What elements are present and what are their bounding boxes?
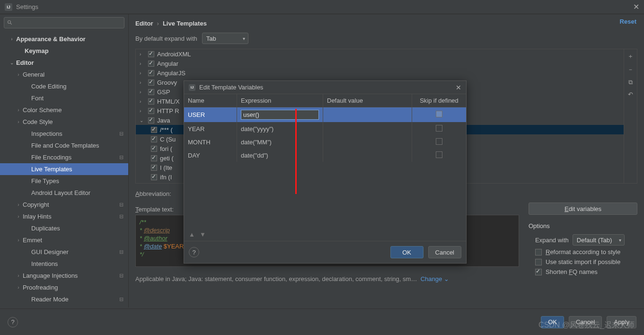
edit-variables-button[interactable]: Edit variables	[529, 203, 637, 215]
dialog-close-icon[interactable]: ✕	[456, 84, 461, 91]
breadcrumb-editor[interactable]: Editor	[135, 20, 153, 27]
undo-icon[interactable]: ↶	[628, 91, 633, 98]
col-default[interactable]: Default value	[323, 94, 412, 107]
sidebar-item-reader-mode[interactable]: Reader Mode⊟	[0, 293, 128, 305]
help-icon[interactable]: ?	[8, 317, 18, 327]
checkbox[interactable]	[148, 108, 154, 114]
copy-icon[interactable]: ⧉	[628, 79, 633, 86]
list-toolbar: ＋ － ⧉ ↶	[624, 49, 637, 183]
move-up-icon[interactable]: ▲	[189, 231, 195, 238]
svg-point-0	[8, 21, 11, 24]
sidebar-item-language-injections[interactable]: ›Language Injections⊟	[0, 270, 128, 282]
sidebar-item-file-encodings[interactable]: File Encodings⊟	[0, 151, 128, 163]
sidebar-item-code-editing[interactable]: Code Editing	[0, 80, 128, 92]
col-expression[interactable]: Expression	[237, 94, 323, 107]
ok-button[interactable]: OK	[541, 316, 564, 328]
checkbox[interactable]	[151, 136, 157, 142]
sidebar-item-appearance-behavior[interactable]: ›Appearance & Behavior	[0, 33, 128, 45]
sidebar-item-file-types[interactable]: File Types	[0, 175, 128, 187]
move-down-icon[interactable]: ▼	[200, 231, 206, 238]
remove-icon[interactable]: －	[627, 65, 634, 74]
sidebar-item-emmet[interactable]: ›Emmet	[0, 234, 128, 246]
settings-tree: ›Appearance & BehaviorKeymap⌄Editor›Gene…	[0, 31, 128, 308]
breadcrumb-live-templates: Live Templates	[163, 20, 207, 27]
sidebar-item-file-and-code-templates[interactable]: File and Code Templates	[0, 140, 128, 151]
expand-with-combo[interactable]: Default (Tab)	[573, 234, 625, 246]
skip-checkbox[interactable]	[436, 138, 442, 145]
titlebar: IJ Settings ✕	[0, 0, 644, 14]
dialog-ok-button[interactable]: OK	[390, 246, 423, 258]
col-name[interactable]: Name	[184, 94, 237, 107]
sidebar-item-copyright[interactable]: ›Copyright⊟	[0, 199, 128, 211]
close-icon[interactable]: ✕	[633, 2, 639, 11]
sidebar-item-proofreading[interactable]: ›Proofreading	[0, 282, 128, 293]
checkbox[interactable]	[148, 79, 154, 86]
checkbox[interactable]	[151, 146, 157, 152]
static-import-label: Use static import if possible	[546, 258, 620, 265]
edit-template-variables-dialog: IJ Edit Template Variables ✕ Name Expres…	[184, 80, 467, 264]
sidebar-item-inlay-hints[interactable]: ›Inlay Hints⊟	[0, 211, 128, 222]
sidebar-item-duplicates[interactable]: Duplicates	[0, 222, 128, 234]
sidebar-item-code-style[interactable]: ›Code Style	[0, 116, 128, 128]
variable-row-month[interactable]: MONTHdate("MM")	[184, 135, 466, 149]
sidebar-item-android-layout-editor[interactable]: Android Layout Editor	[0, 187, 128, 199]
dialog-title: Edit Template Variables	[199, 84, 263, 91]
template-angular[interactable]: ›Angular	[136, 59, 624, 68]
add-icon[interactable]: ＋	[627, 52, 634, 61]
sidebar-item-live-templates[interactable]: Live Templates	[0, 163, 128, 175]
sidebar-item-font[interactable]: Font	[0, 92, 128, 104]
skip-checkbox[interactable]	[436, 125, 442, 132]
applicable-text: Applicable in Java; Java: statement, con…	[135, 275, 519, 282]
search-input[interactable]	[4, 17, 124, 28]
skip-checkbox[interactable]	[436, 151, 442, 158]
apply-button[interactable]: Apply	[607, 316, 636, 328]
skip-checkbox[interactable]	[436, 111, 442, 117]
dialog-cancel-button[interactable]: Cancel	[428, 246, 461, 258]
checkbox[interactable]	[151, 155, 157, 161]
options-title: Options	[529, 222, 637, 229]
sidebar-item-keymap[interactable]: Keymap	[0, 45, 128, 57]
reset-link[interactable]: Reset	[620, 18, 636, 25]
variable-row-day[interactable]: DAYdate("dd")	[184, 149, 466, 162]
reformat-label: Reformat according to style	[546, 248, 620, 256]
annotation-line	[295, 109, 297, 194]
sidebar-item-editor[interactable]: ⌄Editor	[0, 57, 128, 69]
sidebar-item-gui-designer[interactable]: GUI Designer⊟	[0, 246, 128, 258]
template-androidxml[interactable]: ›AndroidXML	[136, 49, 624, 59]
checkbox[interactable]	[148, 61, 154, 67]
app-icon: IJ	[5, 3, 12, 11]
checkbox[interactable]	[151, 127, 157, 133]
checkbox[interactable]	[148, 51, 154, 57]
chevron-right-icon: ›	[157, 20, 159, 27]
app-icon: IJ	[189, 84, 195, 91]
checkbox[interactable]	[148, 70, 154, 76]
sidebar-item-general[interactable]: ›General	[0, 69, 128, 80]
sidebar-item-inspections[interactable]: Inspections⊟	[0, 128, 128, 140]
breadcrumb: Editor › Live Templates	[135, 20, 637, 27]
sidebar-item-color-scheme[interactable]: ›Color Scheme	[0, 104, 128, 116]
checkbox[interactable]	[151, 165, 157, 171]
static-import-checkbox[interactable]	[535, 259, 542, 265]
footer: ? OK Cancel Apply	[0, 309, 644, 335]
variable-row-user[interactable]: USERuser()	[184, 107, 466, 122]
search-icon	[7, 20, 13, 26]
variable-row-year[interactable]: YEARdate("yyyy")	[184, 122, 466, 135]
dialog-help-icon[interactable]: ?	[189, 247, 199, 257]
expand-combo[interactable]: Tab	[202, 33, 248, 44]
sidebar-item-intentions[interactable]: Intentions	[0, 258, 128, 270]
svg-line-1	[10, 23, 12, 25]
col-skip[interactable]: Skip if defined	[412, 94, 466, 107]
template-angularjs[interactable]: ›AngularJS	[136, 68, 624, 78]
checkbox[interactable]	[151, 174, 157, 180]
cancel-button[interactable]: Cancel	[569, 316, 602, 328]
expand-with-row: Expand with Default (Tab)	[535, 234, 637, 246]
reformat-checkbox[interactable]	[535, 249, 542, 256]
variables-table: Name Expression Default value Skip if de…	[184, 94, 466, 162]
checkbox[interactable]	[148, 89, 154, 95]
change-link[interactable]: Change ⌄	[421, 275, 449, 282]
checkbox[interactable]	[148, 98, 154, 105]
shorten-fq-checkbox[interactable]	[535, 269, 542, 275]
checkbox[interactable]	[148, 117, 154, 123]
shorten-fq-label: Shorten FQ names	[546, 268, 598, 275]
expand-label: By default expand with	[135, 35, 197, 42]
